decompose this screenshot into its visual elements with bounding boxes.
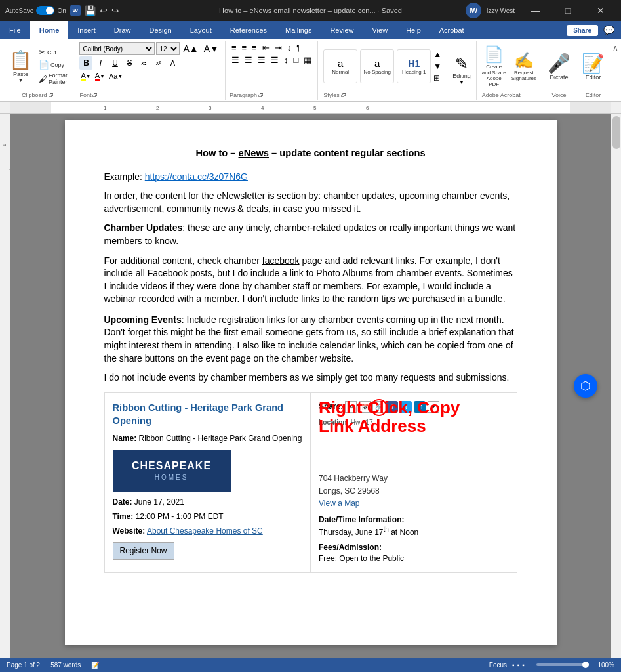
example-link[interactable]: https://conta.cc/3z07N6G: [145, 171, 248, 182]
undo-icon[interactable]: ↩: [100, 5, 108, 16]
event-datetime-field: Date/Time Information: Thursday, June 17…: [319, 514, 509, 539]
tab-insert[interactable]: Insert: [68, 21, 105, 39]
tab-help[interactable]: Help: [397, 21, 430, 39]
font-size-select[interactable]: 12: [156, 42, 180, 55]
underline-button[interactable]: U: [108, 56, 121, 70]
style-no-spacing[interactable]: a No Spacing: [360, 49, 394, 83]
change-case-button[interactable]: Aa▼: [108, 72, 124, 81]
autosave-toggle[interactable]: AutoSave On: [5, 6, 66, 15]
center-button[interactable]: ☰: [243, 54, 254, 66]
editor-button[interactable]: 📝 Editor: [582, 42, 605, 91]
comment-button[interactable]: 💬: [603, 25, 614, 35]
show-marks-button[interactable]: ¶: [294, 42, 303, 53]
sort-button[interactable]: ↕: [285, 42, 294, 53]
increase-indent-button[interactable]: ⇥: [273, 42, 284, 53]
tab-layout[interactable]: Layout: [181, 21, 221, 39]
ruler-left-margin: [0, 102, 10, 113]
tab-mailings[interactable]: Mailings: [276, 21, 321, 39]
view-icons: ▪ ▪ ▪: [512, 662, 525, 669]
zoom-out-button[interactable]: −: [530, 662, 534, 669]
event-time-label: Time:: [113, 512, 134, 521]
shading-button[interactable]: □: [291, 54, 300, 66]
proofing-icon[interactable]: 📝: [91, 662, 99, 669]
voice-group: 🎤 Dictate Voice: [542, 41, 576, 100]
svg-text:4: 4: [261, 105, 264, 111]
paste-button[interactable]: 📋 Paste ▼: [5, 47, 36, 86]
create-pdf-button[interactable]: 📄 Create and ShareAdobe PDF: [482, 45, 506, 87]
editing-button[interactable]: ✎ Editing ▼: [452, 42, 471, 97]
font-expand[interactable]: 🗗: [92, 93, 98, 98]
decrease-indent-button[interactable]: ⇤: [260, 42, 271, 53]
event-website-link[interactable]: About Chesapeake Homes of SC: [147, 526, 263, 536]
tab-home[interactable]: Home: [30, 21, 69, 39]
align-right-button[interactable]: ☰: [256, 54, 268, 66]
print-view-icon[interactable]: ▪: [512, 662, 515, 669]
close-button[interactable]: ✕: [586, 0, 616, 21]
clipboard-label: Clipboard: [22, 92, 47, 98]
subscript-button[interactable]: x₂: [137, 56, 150, 70]
line-spacing-button[interactable]: ↕: [282, 54, 290, 66]
cut-button[interactable]: ✂Cut: [39, 47, 70, 57]
ribbon-collapse[interactable]: ∧: [610, 41, 621, 100]
styles-expand-icon[interactable]: 🗗: [341, 93, 346, 98]
focus-button[interactable]: Focus: [489, 662, 507, 669]
text-highlight-button[interactable]: A▼: [79, 71, 92, 81]
svg-text:3: 3: [209, 105, 212, 111]
italic-button[interactable]: I: [94, 56, 107, 70]
format-painter-button[interactable]: 🖌Format Painter: [39, 72, 70, 85]
numbering-button[interactable]: ≡: [239, 42, 249, 53]
minimize-button[interactable]: —: [520, 0, 550, 21]
web-view-icon[interactable]: ▪: [517, 662, 520, 669]
style-normal[interactable]: a Normal: [323, 49, 357, 83]
save-icon[interactable]: 💾: [85, 5, 96, 16]
ruler-bar[interactable]: 1 2 3 4 5 6: [10, 102, 611, 113]
event-date-value: June 17, 2021: [134, 497, 184, 507]
scroll-thumb[interactable]: [612, 116, 620, 149]
word-count: 587 words: [50, 662, 81, 669]
align-left-button[interactable]: ☰: [230, 54, 241, 66]
zoom-slider-thumb: [582, 662, 589, 668]
bullets-button[interactable]: ≡: [230, 42, 239, 53]
autosave-switch[interactable]: [36, 6, 54, 15]
tab-design[interactable]: Design: [140, 21, 180, 39]
strikethrough-button[interactable]: S: [123, 56, 136, 70]
superscript-button[interactable]: x²: [151, 56, 165, 70]
font-grow-button[interactable]: A▲: [181, 43, 200, 54]
font-name-select[interactable]: Calibri (Body): [79, 42, 155, 55]
font-shrink-button[interactable]: A▼: [202, 43, 221, 54]
tab-draw[interactable]: Draw: [105, 21, 140, 39]
font-group: Calibri (Body) 12 A▲ A▼ B I U S x₂ x² A …: [75, 41, 225, 100]
style-heading1[interactable]: H1 Heading 1: [397, 49, 431, 83]
tab-references[interactable]: References: [221, 21, 276, 39]
maximize-button[interactable]: □: [553, 0, 583, 21]
tab-file[interactable]: File: [0, 21, 30, 39]
styles-label: Styles: [323, 92, 340, 98]
multilevel-button[interactable]: ≡: [250, 42, 259, 53]
dropbox-button[interactable]: ⬡: [574, 374, 597, 398]
zoom-slider[interactable]: [536, 663, 589, 666]
register-button[interactable]: Register Now: [113, 542, 174, 560]
clipboard-expand[interactable]: 🗗: [49, 93, 54, 98]
styles-expand[interactable]: ⊞: [433, 74, 441, 83]
read-view-icon[interactable]: ▪: [522, 662, 525, 669]
request-signatures-button[interactable]: ✍ RequestSignatures: [511, 51, 536, 81]
clear-format-button[interactable]: A: [166, 56, 179, 70]
right-scrollbar[interactable]: [611, 114, 621, 658]
styles-scroll-up[interactable]: ▲: [433, 50, 441, 59]
bold-button[interactable]: B: [79, 56, 92, 70]
zoom-in-button[interactable]: +: [591, 662, 595, 669]
tab-acrobat[interactable]: Acrobat: [430, 21, 473, 39]
autosave-state: On: [57, 7, 66, 14]
tab-view[interactable]: View: [363, 21, 397, 39]
styles-scroll-down[interactable]: ▼: [433, 62, 441, 71]
share-button[interactable]: Share: [567, 25, 598, 36]
font-color-button[interactable]: A▼: [94, 71, 106, 81]
view-map-link[interactable]: View a Map: [319, 498, 509, 509]
redo-icon[interactable]: ↪: [111, 5, 119, 16]
tab-review[interactable]: Review: [321, 21, 363, 39]
copy-button[interactable]: 📄Copy: [39, 60, 70, 70]
justify-button[interactable]: ☰: [269, 54, 281, 66]
dictate-button[interactable]: 🎤 Dictate: [548, 42, 571, 91]
paragraph-expand[interactable]: 🗗: [258, 93, 264, 98]
borders-button[interactable]: ▦: [302, 54, 313, 66]
